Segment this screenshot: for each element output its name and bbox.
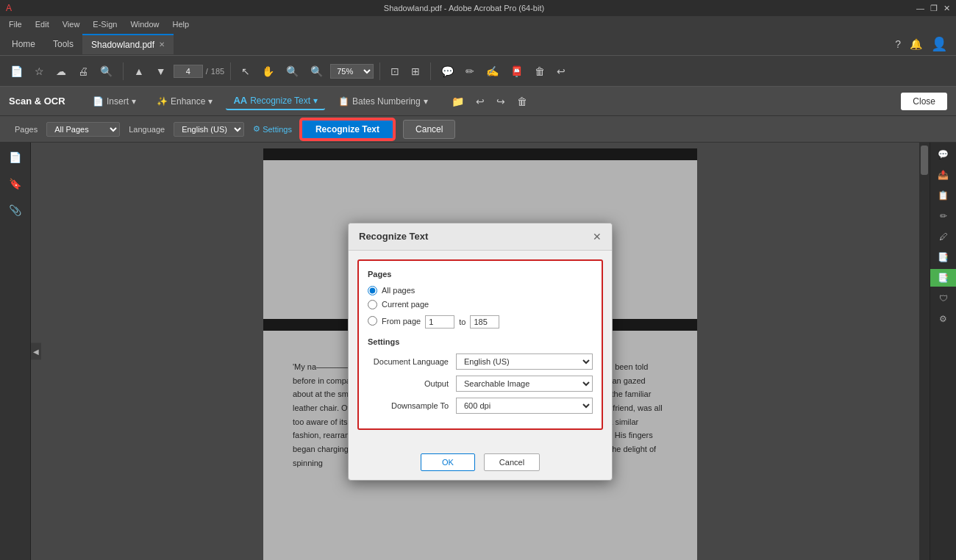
zoom-out-btn[interactable]: 🔍 [282,62,303,80]
right-panel: 💬 📤 📋 ✏ 🖊 📑 📑 🛡 ⚙ [930,143,956,560]
menu-window[interactable]: Window [124,18,165,30]
modal-footer: OK Cancel [349,448,612,480]
hand-tool-btn[interactable]: ✋ [257,62,279,80]
modal-header: Recognize Text ✕ [349,223,612,251]
settings-link[interactable]: ⚙ Settings [253,124,292,134]
tab-tools[interactable]: Tools [44,35,82,54]
zoom-in-btn[interactable]: 🔍 [306,62,327,80]
right-panel-icon-2[interactable]: 📤 [930,166,956,184]
right-panel-icon-5[interactable]: 🖊 [930,228,956,245]
right-panel-icon-1[interactable]: 💬 [930,146,956,163]
comment-btn[interactable]: 💬 [437,62,458,80]
scan-icon-2[interactable]: ↩ [471,93,489,110]
close-scan-btn[interactable]: Close [901,93,947,110]
downsample-select[interactable]: 600 dpi 300 dpi 150 dpi [456,398,593,414]
undo-btn[interactable]: ↩ [552,62,570,80]
to-page-input[interactable] [470,315,499,329]
pages-select[interactable]: All Pages Current Page [46,122,120,137]
fit-page-btn[interactable]: ⊡ [386,62,404,80]
recognize-icon: AA [233,95,247,106]
bates-numbering-btn[interactable]: 📋 Bates Numbering ▾ [331,93,435,110]
all-pages-label: All pages [382,286,415,295]
output-label: Output [368,379,456,388]
page-number-input[interactable] [174,65,203,78]
from-page-option[interactable]: From page to [368,314,593,329]
modal-close-btn[interactable]: ✕ [593,231,602,243]
app-icon: A [6,3,12,13]
draw-btn[interactable]: ✏ [461,62,479,80]
help-icon[interactable]: ? [895,38,901,50]
current-page-radio[interactable] [368,300,377,309]
from-page-radio[interactable] [368,316,377,326]
minimize-btn[interactable]: — [916,4,924,13]
toolbar-sep-4 [430,62,431,80]
right-panel-icon-more[interactable]: ⚙ [930,310,956,328]
doc-language-row: Document Language English (US) [368,353,593,370]
stamp-btn[interactable]: 📮 [506,62,527,80]
enhance-label: Enhance [171,96,205,107]
recognize-text-btn[interactable]: Recognize Text [301,119,394,140]
settings-label: Settings [263,125,292,134]
recognize-text-scan-btn[interactable]: AA Recognize Text ▾ [226,92,325,110]
next-page-btn[interactable]: ▼ [151,62,171,80]
menu-view[interactable]: View [57,18,86,30]
downsample-label: Downsample To [368,401,456,410]
user-avatar[interactable]: 👤 [931,36,947,52]
notifications-icon[interactable]: 🔔 [910,38,922,50]
doc-language-select[interactable]: English (US) [456,353,593,370]
menu-edit[interactable]: Edit [29,18,55,30]
menu-help[interactable]: Help [167,18,196,30]
sidebar-icon-page[interactable]: 📄 [6,148,24,166]
main-area: 📄 🔖 📎 ◀ 'My na——————————————————————————… [0,143,956,560]
maximize-btn[interactable]: ❐ [930,4,938,13]
title-bar: A Shadowland.pdf - Adobe Acrobat Pro (64… [0,0,956,16]
scan-icon-3[interactable]: ↪ [492,93,510,110]
sidebar-icon-bookmark[interactable]: 🔖 [6,175,24,193]
right-panel-icon-shield[interactable]: 🛡 [930,290,956,307]
marquee-zoom-btn[interactable]: ⊞ [407,62,424,80]
toolbar-sep-3 [379,62,380,80]
page-total: 185 [211,67,224,76]
cancel-modal-button[interactable]: Cancel [484,453,540,471]
new-file-btn[interactable]: 📄 [6,62,27,80]
menu-file[interactable]: File [3,18,28,30]
enhance-btn[interactable]: ✨ Enhance ▾ [149,93,220,110]
pages-section-title: Pages [368,270,593,279]
tab-home[interactable]: Home [3,35,44,54]
right-panel-icon-6[interactable]: 📑 [930,248,956,266]
ok-button[interactable]: OK [421,453,475,471]
print-btn[interactable]: 🖨 [74,62,93,80]
tab-doc[interactable]: Shadowland.pdf ✕ [82,34,174,54]
settings-section-title: Settings [368,337,593,346]
right-panel-icon-3[interactable]: 📋 [930,187,956,204]
scan-ocr-bar: Scan & OCR 📄 Insert ▾ ✨ Enhance ▾ AA Rec… [0,87,956,116]
scan-bar-right: Close [901,93,947,110]
insert-btn[interactable]: 📄 Insert ▾ [85,93,143,110]
prev-page-btn[interactable]: ▲ [129,62,149,80]
delete-btn[interactable]: 🗑 [530,62,549,80]
right-panel-icon-scan[interactable]: 📑 [930,269,956,287]
search-btn[interactable]: 🔍 [96,62,117,80]
bookmark-btn[interactable]: ☆ [30,62,49,80]
select-tool-btn[interactable]: ↖ [237,62,254,80]
sign-btn[interactable]: ✍ [482,62,503,80]
close-window-btn[interactable]: ✕ [943,4,950,13]
scan-icon-4[interactable]: 🗑 [513,93,532,110]
modal-overlay: Recognize Text ✕ Pages All pages [31,143,930,560]
current-page-option[interactable]: Current page [368,300,593,309]
language-select[interactable]: English (US) French [174,122,244,137]
sidebar-icon-paperclip[interactable]: 📎 [6,201,24,219]
from-page-input[interactable] [425,315,454,329]
output-select[interactable]: Searchable Image Editable Text ClearScan [456,376,593,392]
modal-body: Pages All pages Current page [349,251,612,448]
scan-icon-1[interactable]: 📁 [447,93,468,110]
all-pages-option[interactable]: All pages [368,286,593,295]
tab-close-btn[interactable]: ✕ [159,40,165,49]
cloud-btn[interactable]: ☁ [51,62,71,80]
cancel-ocr-btn[interactable]: Cancel [403,120,455,139]
all-pages-radio[interactable] [368,286,377,295]
window-title: Shadowland.pdf - Adobe Acrobat Pro (64-b… [12,4,916,12]
zoom-select[interactable]: 75% 100% 150% [330,64,374,79]
right-panel-icon-4[interactable]: ✏ [930,207,956,225]
menu-esign[interactable]: E-Sign [87,18,123,30]
